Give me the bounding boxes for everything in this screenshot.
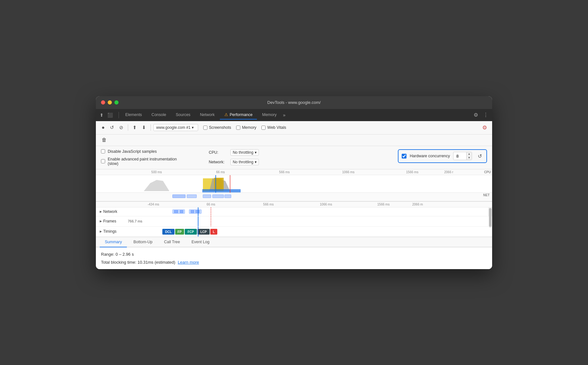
timings-row: ▶ Timings DCL FP FCP LCP — [96, 227, 492, 237]
settings-left: Disable JavaScript samples Enable advanc… — [101, 149, 177, 166]
tab-summary[interactable]: Summary — [100, 237, 127, 247]
toolbar-separator-2 — [151, 124, 151, 131]
tab-bottom-up[interactable]: Bottom-Up — [128, 237, 158, 247]
record-button[interactable]: ● — [100, 123, 107, 132]
main-ruler: -434 ms 66 ms 566 ms 1066 ms 1566 ms 206… — [96, 202, 492, 207]
tab-memory[interactable]: Memory — [258, 111, 281, 120]
customize-button[interactable]: ⋮ — [482, 111, 490, 119]
clear-recordings-button[interactable]: 🗑 — [100, 136, 109, 144]
timings-label-text: Timings — [103, 229, 117, 234]
tab-event-log[interactable]: Event Log — [186, 237, 214, 247]
settings-gear-icon: ⚙ — [482, 125, 487, 131]
timings-row-label[interactable]: ▶ Timings — [96, 229, 125, 234]
screenshots-checkbox[interactable] — [203, 126, 207, 130]
hw-reset-button[interactable]: ↺ — [476, 152, 483, 160]
tab-bar: ⬆ ⬛ Elements Console Sources Network ⚠ P… — [96, 109, 492, 121]
window-title: DevTools - www.google.com/ — [267, 100, 321, 105]
svg-rect-16 — [191, 210, 194, 213]
hw-concurrency-checkbox[interactable] — [402, 154, 406, 159]
enable-paint-label[interactable]: Enable advanced paint instrumentation (s… — [101, 157, 177, 166]
cursor-icon-button[interactable]: ⬆ — [98, 111, 105, 119]
tab-bar-icons: ⬆ ⬛ — [98, 111, 114, 119]
load-profile-button[interactable]: ⬆ — [131, 123, 139, 132]
network-row-content — [125, 207, 492, 216]
tab-performance[interactable]: ⚠ Performance — [220, 110, 257, 120]
svg-rect-9 — [203, 195, 211, 198]
toolbar-checkboxes: Screenshots Memory Web Vitals — [203, 125, 286, 130]
upload-icon: ⬆ — [133, 125, 137, 130]
web-vitals-checkbox-label[interactable]: Web Vitals — [261, 125, 286, 130]
frames-row-label[interactable]: ▶ Frames — [96, 219, 125, 223]
cpu-chevron-icon: ▾ — [255, 150, 257, 155]
hw-decrement-button[interactable]: ▼ — [467, 156, 472, 160]
hw-concurrency-label: Hardware concurrency — [410, 154, 450, 158]
screenshots-label: Screenshots — [209, 125, 231, 130]
svg-text:FCP: FCP — [188, 230, 194, 234]
web-vitals-checkbox[interactable] — [261, 126, 266, 130]
network-row-label[interactable]: ▶ Network — [96, 209, 125, 214]
disable-js-text: Disable JavaScript samples — [108, 149, 157, 154]
chevron-down-icon: ▾ — [192, 125, 194, 130]
tab-separator — [119, 112, 119, 118]
toolbar-separator-1 — [128, 124, 128, 131]
reload-record-button[interactable]: ↺ — [108, 123, 116, 132]
maximize-button[interactable] — [114, 100, 119, 105]
tab-sources[interactable]: Sources — [171, 111, 195, 120]
tab-network[interactable]: Network — [196, 111, 219, 120]
reload-icon: ↺ — [110, 125, 114, 130]
devtools-settings-button[interactable]: ⚙ — [472, 111, 479, 119]
svg-rect-10 — [213, 195, 224, 198]
hw-increment-button[interactable]: ▲ — [467, 152, 472, 156]
cpu-row — [96, 175, 492, 193]
enable-paint-checkbox[interactable] — [101, 159, 105, 163]
main-ruler-4: 1566 ms — [355, 203, 412, 206]
inspect-icon: ⬛ — [107, 113, 113, 118]
close-button[interactable] — [101, 100, 105, 105]
inspect-icon-button[interactable]: ⬛ — [106, 111, 114, 119]
network-content-svg — [125, 207, 492, 216]
memory-checkbox[interactable] — [236, 126, 240, 130]
memory-checkbox-label[interactable]: Memory — [236, 125, 256, 130]
minimize-button[interactable] — [108, 100, 112, 105]
range-label: Range: — [101, 252, 114, 257]
svg-rect-11 — [225, 195, 231, 198]
hardware-concurrency-box: Hardware concurrency ▲ ▼ ↺ — [398, 149, 487, 163]
network-throttle-row: Network: No throttling ▾ — [209, 159, 259, 165]
svg-rect-17 — [196, 210, 199, 213]
more-tabs-icon: » — [283, 113, 285, 118]
clear-button[interactable]: ⊘ — [117, 123, 125, 132]
timings-row-content: DCL FP FCP LCP L — [125, 227, 492, 237]
cpu-label: CPU: — [209, 150, 228, 155]
timeline-overview: 500 ms 66 ms 566 ms 1066 ms 1566 ms 2066… — [96, 169, 492, 202]
network-row: ▶ Network — [96, 207, 492, 216]
disable-js-label[interactable]: Disable JavaScript samples — [101, 149, 177, 154]
main-ruler-2: 566 ms — [240, 203, 297, 206]
svg-text:LCP: LCP — [200, 230, 207, 234]
tab-elements[interactable]: Elements — [121, 111, 146, 120]
timings-expand-arrow: ▶ — [100, 230, 102, 233]
scrollbar-track[interactable] — [488, 207, 492, 216]
svg-rect-13 — [174, 210, 178, 213]
tab-bar-right: ⚙ ⋮ — [472, 111, 490, 119]
tab-call-tree[interactable]: Call Tree — [159, 237, 185, 247]
hw-concurrency-input[interactable] — [453, 153, 466, 159]
tab-console[interactable]: Console — [147, 111, 171, 120]
network-throttle-select[interactable]: No throttling ▾ — [230, 159, 259, 165]
url-value: www.google.com #1 — [156, 125, 190, 130]
blocking-label: Total blocking time: 10.31ms (estimated) — [101, 260, 175, 265]
network-label: Network: — [209, 160, 228, 164]
performance-settings-button[interactable]: ⚙ — [481, 123, 488, 132]
disable-js-checkbox[interactable] — [101, 149, 105, 153]
cpu-throttle-row: CPU: No throttling ▾ — [209, 149, 259, 156]
more-tabs-button[interactable]: » — [282, 111, 287, 119]
ruler-label-1: 66 ms — [189, 170, 252, 174]
clear-icon: ⊘ — [119, 125, 123, 130]
save-profile-button[interactable]: ⬇ — [140, 123, 148, 132]
svg-rect-8 — [187, 195, 197, 198]
url-selector[interactable]: www.google.com #1 ▾ — [153, 124, 198, 131]
learn-more-link[interactable]: Learn more — [178, 260, 199, 265]
toolbar-right: ⚙ — [481, 123, 488, 132]
cpu-throttle-select[interactable]: No throttling ▾ — [230, 149, 259, 156]
content-area: Range: 0 – 2.96 s Total blocking time: 1… — [96, 247, 492, 269]
screenshots-checkbox-label[interactable]: Screenshots — [203, 125, 231, 130]
